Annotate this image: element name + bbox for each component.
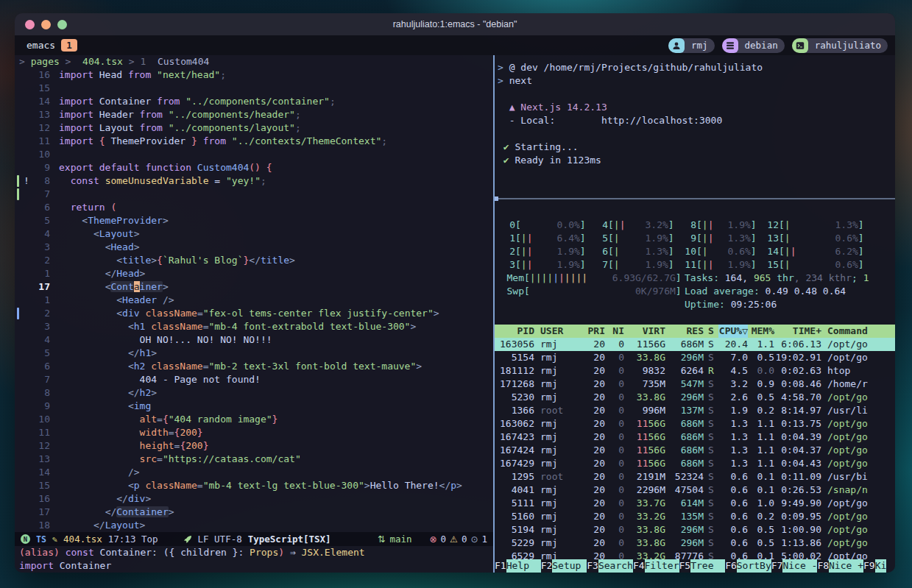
code-text: <h1 className="mb-4 font-extrabold text-… (59, 320, 493, 333)
code-line[interactable]: 10 alt={"404 random image"} (15, 413, 493, 426)
fkey-f8[interactable]: F8Nice + (817, 559, 863, 573)
column-header-command[interactable]: Command (821, 325, 895, 338)
evil-state-icon: N (21, 534, 30, 544)
code-line[interactable]: 18 </Layout> (15, 519, 493, 532)
major-mode[interactable]: TypeScript[TSX] (248, 534, 331, 545)
branch-icon: ⇅ (378, 534, 385, 545)
process-row[interactable]: 5230rmj20033.8G296MS2.60.54:58.70/opt/go (495, 391, 895, 404)
code-line[interactable]: 1 <Header /> (15, 294, 493, 307)
fkey-f3[interactable]: F3Search (587, 559, 633, 573)
tmux-widget-rahuljuliato: rahuljuliato (792, 38, 888, 53)
code-line[interactable]: 6 return ( (15, 201, 493, 214)
process-row[interactable]: 5111rmj20033.7G614MS0.61.09:49.90/opt/go (495, 497, 895, 510)
code-line[interactable]: 14import Container from "../components/c… (15, 95, 493, 108)
code-line[interactable]: 7 404 - Page not found! (15, 373, 493, 386)
fkey-f5[interactable]: F5Tree (679, 559, 726, 573)
code-line[interactable]: 17 </Container> (15, 506, 493, 519)
code-line[interactable]: 12 height={200} (15, 439, 493, 453)
fkey-f2[interactable]: F2Setup (541, 559, 587, 573)
code-line[interactable]: 4 OH NO!... NO! NO! NO!!! (15, 333, 493, 347)
process-row[interactable]: 167429rmj2001156G686MS1.31.10:04.43/opt/… (495, 457, 895, 470)
column-header-res[interactable]: RES (665, 325, 704, 338)
process-row[interactable]: 5194rmj20033.8G296MS0.60.51:00.90/opt/go (495, 523, 895, 536)
column-header-cpu[interactable]: CPU%▽ (718, 325, 748, 338)
process-row[interactable]: 181112rmj20098326264R4.50.00:02.63htop (495, 364, 895, 378)
code-line[interactable]: 1 </Head> (15, 267, 493, 280)
code-line[interactable]: 2 <title>{`Rahul's Blog`}</title> (15, 254, 493, 267)
code-line[interactable]: 5 <ThemeProvider> (15, 214, 493, 227)
code-text: <Layout> (59, 227, 493, 241)
code-line[interactable]: 6 <h2 className="mb-2 text-3xl font-bold… (15, 360, 493, 373)
process-row[interactable]: 167424rmj2001156G686MS1.31.10:04.37/opt/… (495, 444, 895, 457)
minibuffer-line: (alias) const Container: ({ children }: … (15, 546, 493, 559)
column-header-mem[interactable]: MEM% (748, 325, 774, 338)
column-header-s[interactable]: S (704, 325, 718, 338)
gutter: 1 (15, 294, 59, 307)
code-line[interactable]: 16 </div> (15, 492, 493, 506)
line-number: 5 (15, 214, 59, 227)
column-header-user[interactable]: USER (534, 325, 580, 338)
column-header-pri[interactable]: PRI (580, 325, 605, 338)
process-row[interactable]: 171268rmj200735M547MS3.20.90:08.46/home/… (495, 378, 895, 391)
code-area[interactable]: 16import Head from "next/head";1514impor… (15, 68, 493, 532)
htop-meters: 0[0.0%]4[||3.2%]8[||1.9%]12[|1.3%]1[||6.… (495, 199, 895, 311)
column-header-time[interactable]: TIME+ (774, 325, 821, 338)
process-row[interactable]: 163056rmj2001156G686MS20.41.16:06.13/opt… (495, 338, 895, 351)
code-line[interactable]: 15 <p className="mb-4 text-lg text-blue-… (15, 479, 493, 492)
process-row[interactable]: 1295root2002191M52324S0.60.10:11.09/usr/… (495, 470, 895, 483)
code-line[interactable]: 16import Head from "next/head"; (15, 68, 493, 82)
code-line[interactable]: 3 <h1 className="mb-4 font-extrabold tex… (15, 320, 493, 333)
column-header-virt[interactable]: VIRT (624, 325, 665, 338)
process-row[interactable]: 5154rmj20033.8G296MS7.00.519:02.91/opt/g… (495, 351, 895, 364)
process-row[interactable]: 4041rmj2002296M47504S0.60.10:26.53/snap/… (495, 483, 895, 497)
terminal-window: rahuljuliato:1:emacs - "debian" emacs 1 … (15, 13, 895, 573)
code-line[interactable]: 9export default function Custom404() { (15, 161, 493, 174)
code-line[interactable]: 17 <Container> (15, 280, 493, 294)
gutter: 17 (15, 280, 59, 294)
fkey-f9[interactable]: F9Ki (863, 559, 886, 573)
line-number: 16 (15, 492, 59, 506)
gutter: 12 (15, 121, 59, 135)
cpu-meter: 9[||1.3%] (683, 232, 766, 245)
process-table-header[interactable]: PIDUSERPRINIVIRTRESSCPU%▽MEM%TIME+Comman… (495, 325, 895, 338)
process-row[interactable]: 1366root200996M137MS1.90.28:14.97/usr/li (495, 404, 895, 417)
shell-output-line (498, 127, 895, 141)
tmux-widget-label: rmj (685, 40, 715, 51)
code-line[interactable]: 4 <Layout> (15, 227, 493, 241)
fkey-f6[interactable]: F6SortBy (725, 559, 771, 573)
line-number: 10 (15, 148, 59, 161)
process-row[interactable]: 5229rmj20033.8G296MS0.60.51:13.86/opt/go (495, 536, 895, 550)
column-header-pid[interactable]: PID (495, 325, 534, 338)
cpu-meter: 15[|0.6%] (766, 258, 880, 272)
process-row[interactable]: 5160rmj20033.2G135MS0.60.20:09.95/opt/go (495, 510, 895, 523)
code-line[interactable]: 13 src="https://cataas.com/cat" (15, 453, 493, 466)
tmux-session-name[interactable]: emacs (26, 40, 55, 51)
fkey-f4[interactable]: F4Filter (633, 559, 679, 573)
code-line[interactable]: 13import Header from "../components/head… (15, 108, 493, 121)
htop-pane: 0[0.0%]4[||3.2%]8[||1.9%]12[|1.3%]1[||6.… (495, 199, 895, 573)
line-number: 12 (15, 439, 59, 453)
code-line[interactable]: 11 width={200} (15, 426, 493, 439)
code-line[interactable]: 3 <Head> (15, 241, 493, 254)
line-number: 3 (15, 241, 59, 254)
code-line[interactable]: 8 </h2> (15, 386, 493, 400)
code-line[interactable]: 5 </h1> (15, 347, 493, 360)
cpu-meter: 12[|1.3%] (766, 219, 880, 232)
code-line[interactable]: 7 (15, 188, 493, 201)
tmux-window-index[interactable]: 1 (61, 39, 77, 52)
git-branch[interactable]: ⇅ main (378, 534, 412, 545)
code-line[interactable]: 2 <div className="fex-ol tems-center fle… (15, 307, 493, 320)
column-header-ni[interactable]: NI (605, 325, 624, 338)
process-row[interactable]: 167423rmj2001156G686MS1.31.10:04.39/opt/… (495, 431, 895, 444)
code-line[interactable]: 9 <img (15, 400, 493, 413)
code-line[interactable]: 15 (15, 82, 493, 95)
code-line[interactable]: !8 const someUnusedVariable = "yey!"; (15, 174, 493, 188)
code-line[interactable]: 11import { ThemeProvider } from "../cont… (15, 135, 493, 148)
gutter: 10 (15, 148, 59, 161)
code-line[interactable]: 10 (15, 148, 493, 161)
fkey-f1[interactable]: F1Help (495, 559, 541, 573)
fkey-f7[interactable]: F7Nice - (771, 559, 818, 573)
code-line[interactable]: 14 /> (15, 466, 493, 479)
code-line[interactable]: 12import Layout from "../components/layo… (15, 121, 493, 135)
process-row[interactable]: 163062rmj2001156G686MS1.31.10:13.75/opt/… (495, 417, 895, 431)
